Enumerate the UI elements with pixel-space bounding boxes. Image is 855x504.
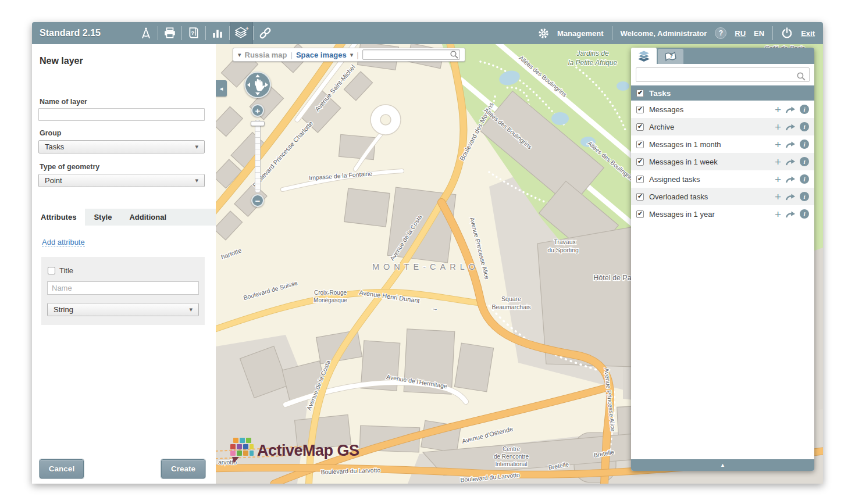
chevron-down-icon[interactable]: ▾ [238, 51, 241, 59]
title-checkbox[interactable] [48, 267, 55, 274]
info-icon[interactable] [800, 157, 809, 166]
layer-label: Overloaded tasks [649, 192, 708, 201]
layer-checkbox[interactable] [636, 123, 644, 131]
go-to-layer-icon[interactable] [785, 193, 796, 201]
info-icon[interactable] [800, 105, 809, 114]
layer-checkbox[interactable] [636, 210, 644, 218]
layer-group-title: Tasks [649, 89, 671, 98]
lang-ru-link[interactable]: RU [735, 29, 746, 38]
layer-checkbox[interactable] [636, 193, 644, 201]
go-to-layer-icon[interactable] [785, 123, 796, 131]
exit-link[interactable]: Exit [801, 29, 815, 38]
add-object-icon[interactable] [775, 174, 781, 185]
layer-row[interactable]: Messages in 1 month [631, 135, 814, 153]
layers-icon [636, 49, 651, 62]
map-search-input[interactable] [362, 49, 460, 60]
layer-name-input[interactable] [38, 108, 205, 121]
zoom-in-button[interactable]: + [251, 104, 264, 117]
layer-checkbox[interactable] [636, 141, 644, 148]
collapse-panel-button[interactable]: ◂ [216, 80, 227, 96]
lang-en-link[interactable]: EN [754, 29, 764, 38]
attribute-type-select[interactable]: String ▾ [47, 303, 199, 316]
tab-attributes[interactable]: Attributes [32, 209, 85, 226]
info-icon[interactable] [800, 122, 809, 131]
svg-text:?: ? [669, 53, 673, 59]
tab-additional[interactable]: Additional [120, 209, 175, 226]
layer-row[interactable]: Assigned tasks [631, 170, 814, 188]
pan-control[interactable] [244, 72, 271, 98]
add-attribute-link[interactable]: Add attribute [42, 238, 85, 247]
map-label: MONTE-CARLO [372, 262, 479, 271]
add-layer-button[interactable]: + [230, 22, 253, 44]
search-icon[interactable] [450, 50, 459, 59]
measure-tool-button[interactable] [134, 22, 158, 44]
help-book-button[interactable]: ? [182, 22, 205, 44]
map-label: Monégasque [314, 297, 347, 303]
zoom-slider-track[interactable] [255, 120, 261, 193]
measure-compass-icon [140, 27, 152, 40]
go-to-layer-icon[interactable] [785, 210, 796, 218]
add-object-icon[interactable] [775, 139, 781, 150]
create-button[interactable]: Create [161, 459, 205, 478]
group-select-value: Tasks [45, 142, 64, 151]
link-icon [258, 26, 272, 40]
top-toolbar: Standard 2.15 ? + [32, 22, 823, 44]
zoom-slider-handle[interactable] [251, 121, 265, 126]
info-icon[interactable] [800, 174, 809, 184]
info-icon[interactable] [800, 140, 809, 149]
go-to-layer-icon[interactable] [785, 106, 796, 113]
info-icon[interactable] [800, 192, 809, 201]
layer-label: Messages [649, 105, 683, 114]
layer-row[interactable]: Messages in 1 year [631, 205, 814, 223]
tab-layers[interactable] [631, 48, 657, 64]
print-button[interactable] [158, 22, 181, 44]
tab-style[interactable]: Style [85, 209, 120, 226]
info-icon[interactable] [800, 209, 809, 219]
statistics-button[interactable] [206, 22, 229, 44]
layers-search-row [631, 64, 814, 85]
layer-checkbox[interactable] [636, 176, 644, 183]
help-book-icon: ? [187, 27, 200, 40]
add-object-icon[interactable] [775, 121, 781, 133]
layer-row[interactable]: Archive [631, 118, 814, 135]
help-badge[interactable]: ? [715, 27, 726, 39]
chevron-down-icon: ▾ [189, 306, 193, 313]
base-layer-selector[interactable]: Russia map [245, 51, 287, 59]
svg-text:?: ? [191, 30, 194, 36]
group-checkbox[interactable] [636, 90, 644, 97]
chevron-down-icon[interactable]: ▾ [350, 51, 354, 59]
attribute-name-input[interactable] [47, 281, 199, 295]
add-object-icon[interactable] [775, 104, 781, 115]
go-to-layer-icon[interactable] [785, 158, 796, 166]
zoom-out-button[interactable]: − [251, 194, 264, 207]
overlay-layer-selector[interactable]: Space images [296, 51, 347, 59]
layers-panel-collapse[interactable]: ▲ [631, 459, 814, 471]
toolbar-separator [772, 26, 773, 40]
share-link-button[interactable] [254, 22, 277, 44]
add-object-icon[interactable] [775, 209, 781, 220]
toolbar-separator [612, 26, 612, 40]
layer-row[interactable]: Messages in 1 week [631, 153, 814, 170]
layer-checkbox[interactable] [636, 106, 644, 113]
svg-text:+: + [245, 26, 249, 31]
layers-search-input[interactable] [636, 67, 810, 82]
pan-hand-icon [245, 73, 270, 97]
layer-row[interactable]: Messages [631, 101, 814, 118]
map-label: Beaumarchais [491, 303, 530, 310]
management-link[interactable]: Management [557, 29, 603, 38]
add-object-icon[interactable] [775, 191, 781, 202]
add-object-icon[interactable] [775, 156, 781, 167]
search-icon[interactable] [796, 72, 806, 81]
go-to-layer-icon[interactable] [785, 176, 796, 183]
layer-checkbox[interactable] [636, 158, 644, 166]
tab-legend[interactable]: ? [658, 49, 683, 64]
add-layer-icon: + [234, 26, 249, 40]
layer-row[interactable]: Overloaded tasks [631, 188, 814, 205]
geometry-select[interactable]: Point ▾ [38, 174, 205, 187]
chevron-down-icon: ▾ [195, 177, 198, 184]
title-checkbox-label: Title [59, 266, 73, 275]
layer-label: Messages in 1 year [649, 210, 715, 219]
cancel-button[interactable]: Cancel [40, 459, 84, 478]
go-to-layer-icon[interactable] [785, 141, 796, 148]
group-select[interactable]: Tasks ▾ [38, 140, 205, 153]
